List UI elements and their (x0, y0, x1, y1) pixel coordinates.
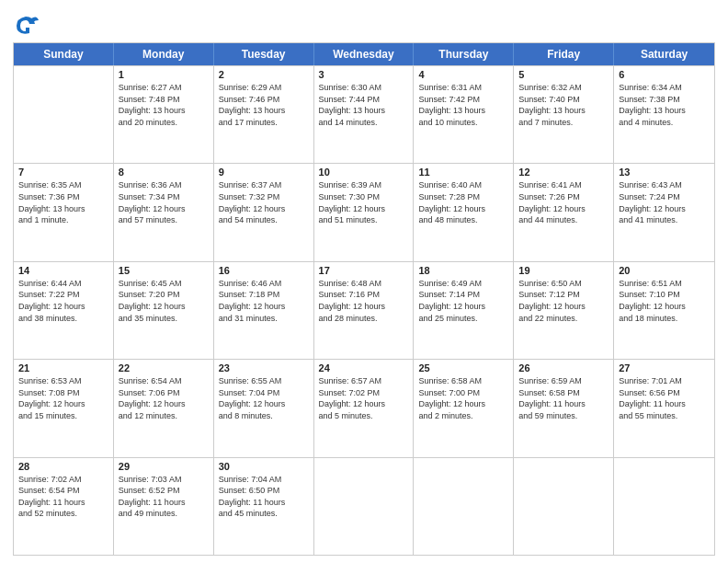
day-cell-24: 24Sunrise: 6:57 AM Sunset: 7:02 PM Dayli… (314, 360, 415, 456)
empty-cell (414, 458, 514, 555)
day-number: 26 (518, 362, 609, 373)
day-cell-6: 6Sunrise: 6:34 AM Sunset: 7:38 PM Daylig… (614, 66, 714, 163)
logo (13, 13, 42, 39)
day-number: 6 (619, 69, 710, 80)
day-number: 28 (18, 461, 108, 472)
day-info: Sunrise: 6:44 AM Sunset: 7:22 PM Dayligh… (18, 278, 108, 324)
day-info: Sunrise: 6:58 AM Sunset: 7:00 PM Dayligh… (418, 375, 508, 421)
day-number: 15 (119, 265, 209, 276)
day-cell-20: 20Sunrise: 6:51 AM Sunset: 7:10 PM Dayli… (614, 262, 714, 359)
day-info: Sunrise: 6:37 AM Sunset: 7:32 PM Dayligh… (219, 179, 309, 225)
day-info: Sunrise: 6:49 AM Sunset: 7:14 PM Dayligh… (418, 278, 508, 324)
day-cell-19: 19Sunrise: 6:50 AM Sunset: 7:12 PM Dayli… (514, 262, 614, 359)
empty-cell (14, 66, 114, 163)
day-info: Sunrise: 6:39 AM Sunset: 7:30 PM Dayligh… (319, 179, 409, 225)
day-cell-5: 5Sunrise: 6:32 AM Sunset: 7:40 PM Daylig… (514, 66, 614, 163)
day-header-saturday: Saturday (614, 43, 714, 65)
day-cell-22: 22Sunrise: 6:54 AM Sunset: 7:06 PM Dayli… (114, 360, 214, 456)
day-number: 24 (319, 362, 409, 373)
day-info: Sunrise: 6:45 AM Sunset: 7:20 PM Dayligh… (119, 278, 209, 324)
day-number: 20 (619, 265, 710, 276)
header (13, 9, 715, 39)
calendar-body: 1Sunrise: 6:27 AM Sunset: 7:48 PM Daylig… (14, 65, 714, 555)
day-cell-16: 16Sunrise: 6:46 AM Sunset: 7:18 PM Dayli… (214, 262, 314, 359)
day-number: 11 (418, 167, 508, 178)
week-row-5: 28Sunrise: 7:02 AM Sunset: 6:54 PM Dayli… (14, 457, 714, 555)
day-cell-25: 25Sunrise: 6:58 AM Sunset: 7:00 PM Dayli… (414, 360, 514, 456)
day-cell-15: 15Sunrise: 6:45 AM Sunset: 7:20 PM Dayli… (114, 262, 214, 359)
day-info: Sunrise: 6:57 AM Sunset: 7:02 PM Dayligh… (319, 375, 409, 421)
week-row-2: 7Sunrise: 6:35 AM Sunset: 7:36 PM Daylig… (14, 163, 714, 260)
day-number: 27 (619, 362, 710, 373)
day-number: 29 (119, 461, 209, 472)
empty-cell (614, 458, 714, 555)
day-number: 3 (319, 69, 409, 80)
day-cell-28: 28Sunrise: 7:02 AM Sunset: 6:54 PM Dayli… (14, 458, 114, 555)
day-number: 30 (219, 461, 309, 472)
day-info: Sunrise: 7:04 AM Sunset: 6:50 PM Dayligh… (219, 474, 309, 520)
day-cell-7: 7Sunrise: 6:35 AM Sunset: 7:36 PM Daylig… (14, 164, 114, 260)
day-number: 14 (18, 265, 108, 276)
day-info: Sunrise: 6:54 AM Sunset: 7:06 PM Dayligh… (119, 375, 209, 421)
day-info: Sunrise: 6:35 AM Sunset: 7:36 PM Dayligh… (18, 179, 108, 225)
day-number: 8 (119, 167, 209, 178)
empty-cell (514, 458, 614, 555)
day-number: 19 (518, 265, 609, 276)
day-number: 5 (518, 69, 609, 80)
day-number: 18 (418, 265, 508, 276)
day-cell-12: 12Sunrise: 6:41 AM Sunset: 7:26 PM Dayli… (514, 164, 614, 260)
logo-icon (13, 13, 39, 39)
day-cell-10: 10Sunrise: 6:39 AM Sunset: 7:30 PM Dayli… (314, 164, 415, 260)
day-cell-9: 9Sunrise: 6:37 AM Sunset: 7:32 PM Daylig… (214, 164, 314, 260)
day-cell-17: 17Sunrise: 6:48 AM Sunset: 7:16 PM Dayli… (314, 262, 415, 359)
day-info: Sunrise: 6:46 AM Sunset: 7:18 PM Dayligh… (219, 278, 309, 324)
day-cell-23: 23Sunrise: 6:55 AM Sunset: 7:04 PM Dayli… (214, 360, 314, 456)
week-row-4: 21Sunrise: 6:53 AM Sunset: 7:08 PM Dayli… (14, 359, 714, 456)
day-info: Sunrise: 6:53 AM Sunset: 7:08 PM Dayligh… (18, 375, 108, 421)
day-header-sunday: Sunday (14, 43, 114, 65)
day-cell-14: 14Sunrise: 6:44 AM Sunset: 7:22 PM Dayli… (14, 262, 114, 359)
day-cell-21: 21Sunrise: 6:53 AM Sunset: 7:08 PM Dayli… (14, 360, 114, 456)
day-info: Sunrise: 6:32 AM Sunset: 7:40 PM Dayligh… (518, 82, 609, 128)
day-cell-8: 8Sunrise: 6:36 AM Sunset: 7:34 PM Daylig… (114, 164, 214, 260)
day-number: 7 (18, 167, 108, 178)
calendar: SundayMondayTuesdayWednesdayThursdayFrid… (13, 42, 715, 556)
day-cell-2: 2Sunrise: 6:29 AM Sunset: 7:46 PM Daylig… (214, 66, 314, 163)
day-info: Sunrise: 6:41 AM Sunset: 7:26 PM Dayligh… (518, 179, 609, 225)
day-info: Sunrise: 7:01 AM Sunset: 6:56 PM Dayligh… (619, 375, 710, 421)
calendar-header: SundayMondayTuesdayWednesdayThursdayFrid… (14, 43, 714, 65)
day-header-monday: Monday (114, 43, 214, 65)
day-cell-3: 3Sunrise: 6:30 AM Sunset: 7:44 PM Daylig… (314, 66, 415, 163)
day-number: 4 (418, 69, 508, 80)
day-cell-18: 18Sunrise: 6:49 AM Sunset: 7:14 PM Dayli… (414, 262, 514, 359)
day-number: 23 (219, 362, 309, 373)
day-info: Sunrise: 6:40 AM Sunset: 7:28 PM Dayligh… (418, 179, 508, 225)
day-cell-1: 1Sunrise: 6:27 AM Sunset: 7:48 PM Daylig… (114, 66, 214, 163)
week-row-1: 1Sunrise: 6:27 AM Sunset: 7:48 PM Daylig… (14, 65, 714, 163)
day-number: 10 (319, 167, 409, 178)
day-cell-29: 29Sunrise: 7:03 AM Sunset: 6:52 PM Dayli… (114, 458, 214, 555)
day-cell-11: 11Sunrise: 6:40 AM Sunset: 7:28 PM Dayli… (414, 164, 514, 260)
day-info: Sunrise: 6:48 AM Sunset: 7:16 PM Dayligh… (319, 278, 409, 324)
day-info: Sunrise: 6:31 AM Sunset: 7:42 PM Dayligh… (418, 82, 508, 128)
day-cell-30: 30Sunrise: 7:04 AM Sunset: 6:50 PM Dayli… (214, 458, 314, 555)
day-info: Sunrise: 6:27 AM Sunset: 7:48 PM Dayligh… (119, 82, 209, 128)
day-info: Sunrise: 6:50 AM Sunset: 7:12 PM Dayligh… (518, 278, 609, 324)
day-header-tuesday: Tuesday (214, 43, 314, 65)
day-header-wednesday: Wednesday (314, 43, 415, 65)
day-header-thursday: Thursday (414, 43, 514, 65)
day-number: 12 (518, 167, 609, 178)
day-info: Sunrise: 6:43 AM Sunset: 7:24 PM Dayligh… (619, 179, 710, 225)
day-info: Sunrise: 6:51 AM Sunset: 7:10 PM Dayligh… (619, 278, 710, 324)
day-number: 9 (219, 167, 309, 178)
day-number: 21 (18, 362, 108, 373)
page: SundayMondayTuesdayWednesdayThursdayFrid… (0, 0, 728, 563)
day-info: Sunrise: 7:02 AM Sunset: 6:54 PM Dayligh… (18, 474, 108, 520)
day-header-friday: Friday (514, 43, 614, 65)
day-info: Sunrise: 6:36 AM Sunset: 7:34 PM Dayligh… (119, 179, 209, 225)
day-info: Sunrise: 6:55 AM Sunset: 7:04 PM Dayligh… (219, 375, 309, 421)
day-number: 22 (119, 362, 209, 373)
day-info: Sunrise: 7:03 AM Sunset: 6:52 PM Dayligh… (119, 474, 209, 520)
day-cell-4: 4Sunrise: 6:31 AM Sunset: 7:42 PM Daylig… (414, 66, 514, 163)
day-cell-13: 13Sunrise: 6:43 AM Sunset: 7:24 PM Dayli… (614, 164, 714, 260)
